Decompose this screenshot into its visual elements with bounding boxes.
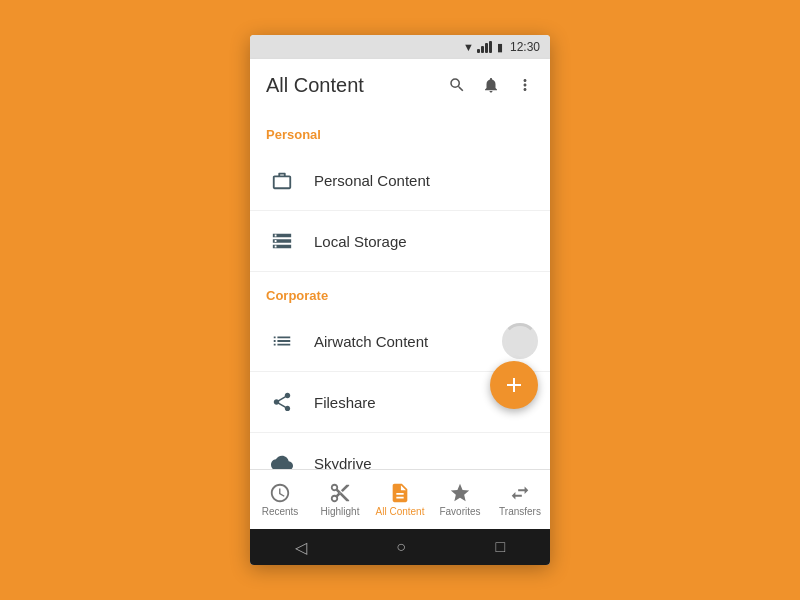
status-time: 12:30	[510, 40, 540, 54]
loading-spinner	[502, 323, 538, 359]
status-icons: ▼ ▮ 12:30	[463, 40, 540, 54]
wifi-icon: ▼	[463, 41, 474, 53]
back-button[interactable]: ◁	[295, 538, 307, 557]
fab-add-button[interactable]	[490, 361, 538, 409]
transfer-icon	[509, 482, 531, 504]
content-area: Personal Personal Content Local Storage	[250, 111, 550, 469]
list-icon	[266, 325, 298, 357]
share-icon	[266, 386, 298, 418]
recents-label: Recents	[262, 506, 299, 517]
section-header-corporate: Corporate	[250, 272, 550, 311]
page-title: All Content	[266, 74, 448, 97]
nav-item-favorites[interactable]: Favorites	[430, 470, 490, 529]
favorites-label: Favorites	[439, 506, 480, 517]
recents-button[interactable]: □	[496, 538, 506, 556]
signal-icon	[477, 41, 492, 53]
app-bar: All Content	[250, 59, 550, 111]
app-bar-actions	[448, 76, 534, 94]
battery-icon: ▮	[497, 41, 503, 54]
search-button[interactable]	[448, 76, 466, 94]
local-storage-label: Local Storage	[314, 233, 534, 250]
scissors-icon	[329, 482, 351, 504]
highlight-label: Highlight	[321, 506, 360, 517]
file-icon	[389, 482, 411, 504]
transfers-label: Transfers	[499, 506, 541, 517]
nav-item-recents[interactable]: Recents	[250, 470, 310, 529]
star-icon	[449, 482, 471, 504]
briefcase-icon	[266, 164, 298, 196]
section-personal: Personal Personal Content Local Storage	[250, 111, 550, 272]
more-options-button[interactable]	[516, 76, 534, 94]
cloud-icon	[266, 447, 298, 469]
all-content-label: All Content	[376, 506, 425, 517]
skydrive-label: Skydrive	[314, 455, 534, 470]
android-nav-bar: ◁ ○ □	[250, 529, 550, 565]
personal-content-label: Personal Content	[314, 172, 534, 189]
status-bar: ▼ ▮ 12:30	[250, 35, 550, 59]
nav-item-all-content[interactable]: All Content	[370, 470, 430, 529]
clock-icon	[269, 482, 291, 504]
nav-item-transfers[interactable]: Transfers	[490, 470, 550, 529]
list-item-skydrive[interactable]: Skydrive	[250, 433, 550, 469]
list-item-personal-content[interactable]: Personal Content	[250, 150, 550, 211]
airwatch-content-label: Airwatch Content	[314, 333, 534, 350]
server-icon	[266, 225, 298, 257]
section-header-personal: Personal	[250, 111, 550, 150]
notifications-button[interactable]	[482, 76, 500, 94]
home-button[interactable]: ○	[396, 538, 406, 556]
nav-item-highlight[interactable]: Highlight	[310, 470, 370, 529]
bottom-nav: Recents Highlight All Content	[250, 469, 550, 529]
phone-frame: ▼ ▮ 12:30 All Content	[250, 35, 550, 565]
list-item-local-storage[interactable]: Local Storage	[250, 211, 550, 272]
